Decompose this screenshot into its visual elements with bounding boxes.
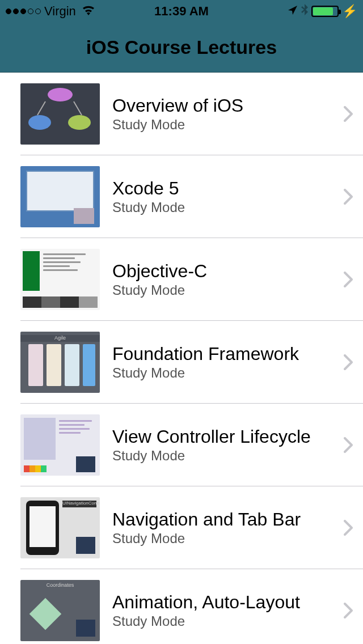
list-item[interactable]: UINavigationController Navigation and Ta… xyxy=(0,486,363,569)
list-item-text: View Controller Lifecycle Study Mode xyxy=(100,426,339,464)
lecture-thumbnail xyxy=(20,166,100,227)
lecture-subtitle: Study Mode xyxy=(112,613,339,629)
list-item[interactable]: View Controller Lifecycle Study Mode xyxy=(0,404,363,486)
lecture-title: Animation, Auto-Layout xyxy=(112,592,339,613)
battery-icon xyxy=(311,6,339,17)
lecture-subtitle: Study Mode xyxy=(112,200,339,215)
lecture-title: Objective-C xyxy=(112,261,339,282)
lecture-thumbnail: Coordinates xyxy=(20,580,100,641)
list-item-text: Xcode 5 Study Mode xyxy=(100,178,339,216)
signal-dots-icon xyxy=(6,9,41,14)
list-item[interactable]: Coordinates Animation, Auto-Layout Study… xyxy=(0,569,363,644)
wifi-icon xyxy=(82,4,95,19)
list-item-text: Overview of iOS Study Mode xyxy=(100,95,339,133)
lecture-subtitle: Study Mode xyxy=(112,531,339,546)
lecture-subtitle: Study Mode xyxy=(112,365,339,381)
lecture-title: View Controller Lifecycle xyxy=(112,426,339,447)
page-title: iOS Course Lectures xyxy=(86,36,277,58)
lecture-list[interactable]: Overview of iOS Study Mode Xcode 5 Study… xyxy=(0,73,363,644)
location-icon xyxy=(288,4,298,19)
list-item[interactable]: Xcode 5 Study Mode xyxy=(0,155,363,238)
list-item-text: Objective-C Study Mode xyxy=(100,261,339,299)
status-time: 11:39 AM xyxy=(154,4,209,19)
nav-bar: iOS Course Lectures xyxy=(0,23,363,73)
lecture-thumbnail xyxy=(20,414,100,476)
carrier-label: Virgin xyxy=(44,4,76,19)
list-item[interactable]: Overview of iOS Study Mode xyxy=(0,73,363,155)
lecture-subtitle: Study Mode xyxy=(112,448,339,464)
chevron-right-icon xyxy=(344,106,353,122)
lecture-thumbnail xyxy=(20,83,100,145)
list-item[interactable]: Objective-C Study Mode xyxy=(0,238,363,321)
chevron-right-icon xyxy=(344,520,353,536)
lecture-thumbnail: Agile xyxy=(20,332,100,393)
status-left: Virgin xyxy=(6,4,95,19)
lecture-title: Overview of iOS xyxy=(112,95,339,116)
chevron-right-icon xyxy=(344,437,353,453)
lecture-thumbnail: UINavigationController xyxy=(20,497,100,558)
lecture-subtitle: Study Mode xyxy=(112,282,339,298)
list-item-text: Animation, Auto-Layout Study Mode xyxy=(100,592,339,630)
battery-fill xyxy=(313,7,333,15)
chevron-right-icon xyxy=(344,189,353,205)
lecture-title: Foundation Framework xyxy=(112,344,339,365)
chevron-right-icon xyxy=(344,272,353,287)
lecture-title: Xcode 5 xyxy=(112,178,339,199)
list-item-text: Foundation Framework Study Mode xyxy=(100,344,339,382)
lecture-title: Navigation and Tab Bar xyxy=(112,509,339,530)
chevron-right-icon xyxy=(344,354,353,370)
bluetooth-icon xyxy=(301,4,308,19)
chevron-right-icon xyxy=(344,603,353,618)
lecture-thumbnail xyxy=(20,249,100,310)
lecture-subtitle: Study Mode xyxy=(112,117,339,133)
list-item[interactable]: Agile Foundation Framework Study Mode xyxy=(0,321,363,404)
status-right: ⚡ xyxy=(288,4,357,19)
list-item-text: Navigation and Tab Bar Study Mode xyxy=(100,509,339,547)
status-bar: Virgin 11:39 AM ⚡ xyxy=(0,0,363,23)
charging-icon: ⚡ xyxy=(342,4,357,19)
